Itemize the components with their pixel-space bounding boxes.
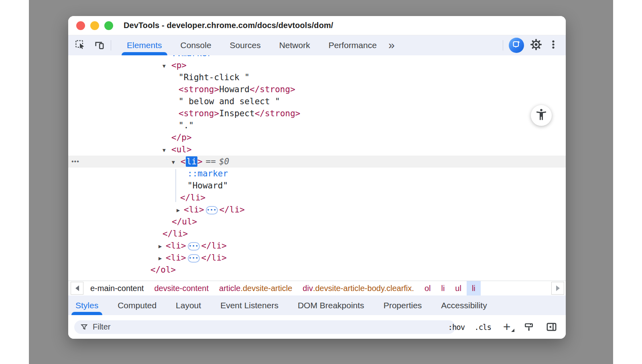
dom-tree-row[interactable]: </li> — [68, 192, 566, 204]
minimize-button[interactable] — [90, 21, 99, 30]
code-segment-tag: <li> — [166, 253, 186, 263]
code-segment-tag: </li> — [163, 229, 188, 239]
dom-tree-row[interactable]: ::marker — [68, 168, 566, 180]
code-segment-tag: <ul> — [171, 145, 192, 154]
toggle-device-toolbar-button[interactable] — [92, 38, 106, 52]
filter-input[interactable] — [93, 322, 434, 332]
row-more-actions-ellipsis[interactable]: ••• — [71, 156, 79, 168]
code-segment-tag: </ol> — [150, 265, 176, 275]
tab-elements[interactable]: Elements — [118, 35, 171, 55]
devtools-toolbar: ElementsConsoleSourcesNetworkPerformance… — [68, 35, 566, 55]
crumb-text: li — [441, 284, 445, 293]
rendering-emulations-button[interactable] — [522, 321, 535, 334]
tab-styles[interactable]: Styles — [75, 295, 108, 315]
collapse-arrow-icon[interactable]: ▼ — [163, 144, 171, 156]
expand-arrow-icon[interactable]: ▶ — [158, 240, 166, 252]
breadcrumb-item[interactable]: article.devsite-article — [214, 281, 297, 295]
toolbar-divider — [111, 40, 111, 51]
code-segment-text: " below and select " — [179, 97, 280, 106]
paint-brush-icon — [523, 322, 534, 333]
tab-sources[interactable]: Sources — [221, 35, 270, 55]
crumb-text: .devsite-article-body.clearfix. — [313, 284, 414, 293]
dom-tree-row[interactable]: </ol> — [68, 264, 566, 276]
tab-console[interactable]: Console — [171, 35, 221, 55]
breadcrumb-item[interactable]: e-main-content — [85, 281, 149, 295]
crumb-text: li — [472, 284, 475, 293]
tab-event-listeners[interactable]: Event Listeners — [211, 295, 288, 315]
inspect-element-button[interactable] — [73, 38, 87, 52]
dom-tree-row[interactable]: ▶<li>•••</li> — [68, 240, 566, 252]
collapsed-content-ellipsis-button[interactable]: ••• — [188, 242, 200, 251]
code-segment-tag: <p> — [171, 61, 187, 70]
zoom-button[interactable] — [104, 21, 113, 30]
breadcrumb-item[interactable]: devsite-content — [149, 281, 214, 295]
code-segment-pseudo: ::marker — [171, 55, 212, 58]
breadcrumb-scroll-right-button[interactable] — [551, 282, 564, 295]
panel-tabs: ElementsConsoleSourcesNetworkPerformance — [118, 35, 386, 55]
dom-tree-row[interactable]: ::marker — [68, 55, 566, 59]
code-segment-text: "Howard" — [187, 181, 228, 190]
tab-properties[interactable]: Properties — [374, 295, 432, 315]
tab-layout[interactable]: Layout — [166, 295, 211, 315]
code-segment-text: "." — [179, 121, 194, 130]
dom-tree-row[interactable]: "." — [68, 119, 566, 131]
code-segment-pseudo: ::marker — [187, 169, 228, 178]
element-classes-button[interactable]: .cls — [474, 323, 491, 332]
settings-button[interactable] — [529, 38, 543, 52]
toggle-element-state-button[interactable]: :hov — [448, 323, 465, 332]
more-panels-chevron[interactable]: » — [388, 40, 395, 51]
gear-icon — [530, 38, 542, 52]
ai-sparkle-bubble-icon — [512, 40, 521, 51]
breadcrumb: e-main-contentdevsite-contentarticle.dev… — [68, 281, 566, 295]
code-segment-tag: </li> — [219, 205, 245, 214]
dom-tree-row[interactable]: " below and select " — [68, 95, 566, 107]
dom-tree-row[interactable]: ▼<p> — [68, 59, 566, 71]
collapsed-content-ellipsis-button[interactable]: ••• — [188, 254, 200, 263]
tab-dom-breakpoints[interactable]: DOM Breakpoints — [288, 295, 374, 315]
collapse-arrow-icon[interactable]: ▼ — [172, 156, 181, 168]
breadcrumb-scroll-left-button[interactable] — [71, 282, 83, 295]
styles-filter-bar: :hov .cls + — [68, 315, 566, 339]
tab-computed[interactable]: Computed — [108, 295, 166, 315]
right-arrow-icon — [556, 285, 560, 291]
dom-tree-row[interactable]: <strong>Inspect</strong> — [68, 107, 566, 119]
breadcrumb-item[interactable]: ol — [419, 281, 436, 295]
new-style-rule-button[interactable]: + — [501, 321, 513, 333]
expand-arrow-icon[interactable]: ▶ — [158, 252, 166, 264]
dom-tree-row[interactable]: "Right-click " — [68, 71, 566, 83]
crumb-text: .devsite-article — [240, 284, 292, 293]
collapsed-content-ellipsis-button[interactable]: ••• — [206, 206, 218, 214]
ai-assistant-button[interactable] — [509, 38, 524, 53]
dom-tree-row[interactable]: </li> — [68, 228, 566, 240]
dom-tree-row[interactable]: </p> — [68, 131, 566, 144]
code-segment-operator: == — [206, 157, 216, 166]
breadcrumb-item[interactable]: ul — [450, 281, 467, 295]
code-segment-tag: </strong> — [250, 85, 295, 94]
breadcrumb-item[interactable]: li — [467, 281, 481, 295]
toggle-sidebar-button[interactable] — [545, 321, 558, 334]
dom-tree-row[interactable]: ▼<ul> — [68, 144, 566, 156]
code-segment-tag: </strong> — [255, 109, 301, 118]
code-segment-tag: <li> — [166, 241, 186, 251]
breadcrumb-item[interactable]: div.devsite-article-body.clearfix. — [297, 281, 419, 295]
dom-tree-row[interactable]: ▶<li>•••</li> — [68, 204, 566, 216]
dom-tree-row[interactable]: </ul> — [68, 216, 566, 228]
accessibility-widget-button[interactable] — [531, 105, 552, 126]
expand-arrow-icon[interactable]: ▶ — [177, 204, 184, 216]
close-button[interactable] — [76, 21, 85, 30]
indent-guide — [175, 169, 176, 202]
tab-accessibility[interactable]: Accessibility — [431, 295, 496, 315]
tab-network[interactable]: Network — [270, 35, 319, 55]
styles-filter-field[interactable] — [74, 320, 455, 334]
tab-performance[interactable]: Performance — [319, 35, 386, 55]
dom-tree-row[interactable]: ▶<li>•••</li> — [68, 252, 566, 264]
code-segment-text: "Right-click " — [179, 73, 250, 82]
dom-tree-row[interactable]: <strong>Howard</strong> — [68, 83, 566, 95]
breadcrumb-item[interactable]: li — [436, 281, 450, 295]
collapse-arrow-icon[interactable]: ▼ — [163, 60, 171, 72]
dom-tree-row[interactable]: "Howard" — [68, 180, 566, 192]
customize-devtools-button[interactable] — [547, 38, 560, 52]
dock-sidebar-icon — [546, 321, 557, 333]
code-segment-tag: </li> — [180, 193, 205, 202]
dom-tree-row[interactable]: •••▼<li>==$0 — [68, 156, 566, 168]
